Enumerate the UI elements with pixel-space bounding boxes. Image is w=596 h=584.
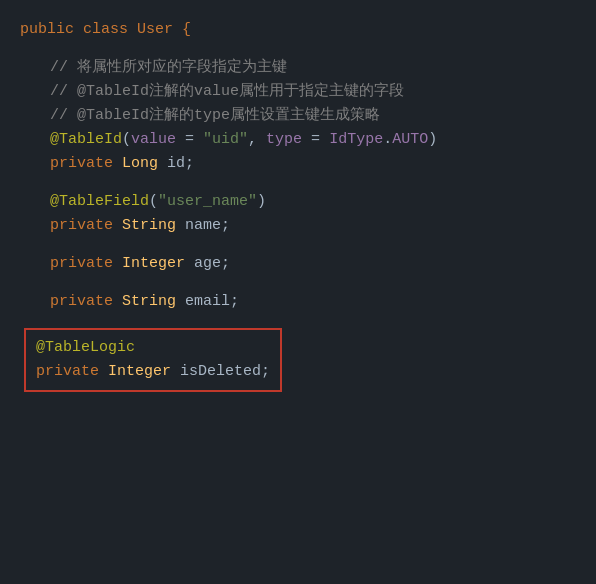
field-age-text: age [194, 252, 221, 276]
keyword-private: private [50, 152, 113, 176]
comma: , [248, 128, 266, 152]
dot: . [383, 128, 392, 152]
paren-close: ) [428, 128, 437, 152]
keyword-private2: private [50, 214, 113, 238]
enum-auto: AUTO [392, 128, 428, 152]
type-integer: Integer [122, 252, 185, 276]
param-type: type [266, 128, 302, 152]
string-username: "user_name" [158, 190, 257, 214]
field-isdeleted-text: isDeleted [180, 360, 261, 384]
line-tablefield-annotation: @TableField("user_name") [20, 190, 576, 214]
type-integer2: Integer [108, 360, 171, 384]
paren-open: ( [122, 128, 131, 152]
type-long: Long [122, 152, 158, 176]
line-comment3: // @TableId注解的type属性设置主键生成策略 [20, 104, 576, 128]
line-comment1: // 将属性所对应的字段指定为主键 [20, 56, 576, 80]
eq2: = [302, 128, 329, 152]
field-email-text: email [185, 290, 230, 314]
comment-text3: // @TableId注解的type属性设置主键生成策略 [50, 104, 380, 128]
line-field-isdeleted: private Integer isDeleted; [36, 360, 270, 384]
code-block: public class User { // 将属性所对应的字段指定为主键 //… [0, 0, 596, 584]
annotation-tablelogic: @TableLogic [36, 336, 135, 360]
keyword-public: public class User { [20, 18, 191, 42]
highlighted-tablelogic-box: @TableLogic private Integer isDeleted; [24, 328, 282, 392]
param-value: value [131, 128, 176, 152]
enum-idtype: IdType [329, 128, 383, 152]
keyword-private3: private [50, 252, 113, 276]
line-field-age: private Integer age; [20, 252, 576, 276]
field-name-text: name [185, 214, 221, 238]
line-field-email: private String email; [20, 290, 576, 314]
annotation-tableid: @TableId [50, 128, 122, 152]
string-uid: "uid" [203, 128, 248, 152]
type-string2: String [122, 290, 176, 314]
line-tableid-annotation: @TableId(value = "uid", type = IdType.AU… [20, 128, 576, 152]
comment-text2: // @TableId注解的value属性用于指定主键的字段 [50, 80, 404, 104]
field-id: id [167, 152, 185, 176]
line-field-name: private String name; [20, 214, 576, 238]
line-tablelogic-annotation: @TableLogic [36, 336, 270, 360]
line-comment2: // @TableId注解的value属性用于指定主键的字段 [20, 80, 576, 104]
type-string: String [122, 214, 176, 238]
line-field-id: private Long id; [20, 152, 576, 176]
line-class-decl: public class User { [20, 18, 576, 42]
comment-text1: // 将属性所对应的字段指定为主键 [50, 56, 287, 80]
keyword-private4: private [50, 290, 113, 314]
keyword-private5: private [36, 360, 99, 384]
annotation-tablefield: @TableField [50, 190, 149, 214]
eq1: = [176, 128, 203, 152]
